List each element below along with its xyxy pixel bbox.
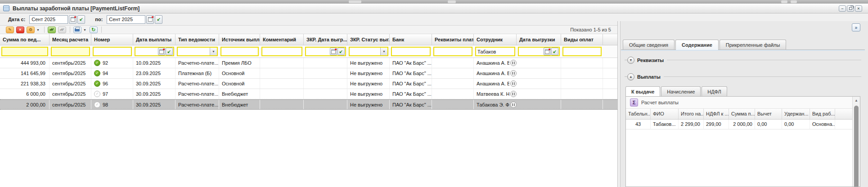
- filter-input-bank[interactable]: [391, 47, 431, 56]
- cell-pay_kinds[interactable]: [561, 79, 603, 89]
- column-header-zkr_date[interactable]: ЗКР. Дата выгр...: [304, 34, 347, 45]
- cell-employee[interactable]: Матвеева К. Н., ...: [474, 89, 517, 99]
- column-header-pay_date[interactable]: Дата выплаты: [133, 34, 175, 45]
- table-row[interactable]: 6 000,00сентябрь/2025✓9730.09.2025Расчет…: [0, 89, 617, 99]
- inner-table-row[interactable]: 43Табаков...2 299,00299,002 000,000,000,…: [626, 120, 852, 129]
- cell-sheet_type[interactable]: Расчетно-плате...: [175, 100, 219, 109]
- table-row[interactable]: 444 993,00сентябрь/2025✓9210.09.2025Расч…: [0, 58, 617, 68]
- cell-zkr_date[interactable]: [304, 89, 347, 99]
- inner-column-header[interactable]: Вычет: [755, 109, 782, 119]
- cell-source[interactable]: Основной: [219, 79, 260, 89]
- cell-zkr_status[interactable]: Не выгружено: [347, 89, 390, 99]
- date-from-apply-button[interactable]: ↙: [77, 15, 85, 24]
- collapse-panel-button[interactable]: »: [852, 23, 860, 31]
- cell-zkr_status[interactable]: Не выгружено: [347, 79, 390, 89]
- cell-month[interactable]: сентябрь/2025: [49, 79, 91, 89]
- cell-source[interactable]: Премия ЛБО: [219, 58, 260, 68]
- dropdown-button[interactable]: ▼: [380, 48, 387, 55]
- collapse-section-icon[interactable]: ▲: [627, 73, 634, 80]
- cell-number[interactable]: ✓94: [91, 68, 133, 78]
- cell-bank[interactable]: ПАО "Ак Барс" ...: [390, 89, 432, 99]
- cell-employee[interactable]: Анашкина А. Б.,...: [474, 58, 517, 68]
- cell-source[interactable]: Внебюджет: [219, 100, 260, 109]
- filter-input-month[interactable]: [51, 47, 90, 56]
- inner-cell[interactable]: Табаков...: [651, 120, 679, 129]
- cell-amount[interactable]: 141 645,99: [0, 68, 49, 78]
- column-header-source[interactable]: Источник выплат: [219, 34, 260, 45]
- cell-comment[interactable]: [260, 100, 304, 109]
- filter-input-number[interactable]: [93, 47, 132, 56]
- edit-button[interactable]: ✎: [6, 27, 14, 33]
- chevron-down-icon[interactable]: ▼: [83, 28, 86, 31]
- cell-bank[interactable]: ПАО "Ак Барс" ...: [390, 58, 432, 68]
- calendar-button[interactable]: [158, 48, 165, 55]
- cell-bank[interactable]: ПАО "Ак Барс" ...: [390, 68, 432, 78]
- close-button[interactable]: ×: [855, 5, 862, 12]
- tab-obshchie-svedeniya[interactable]: Общие сведения: [623, 40, 675, 49]
- cell-comment[interactable]: [260, 89, 304, 99]
- filter-input-amount[interactable]: [1, 47, 48, 56]
- cell-pay_date[interactable]: 30.09.2025: [133, 100, 175, 109]
- inner-cell[interactable]: 2 299,00: [679, 120, 704, 129]
- cell-month[interactable]: сентябрь/2025: [49, 100, 91, 109]
- cell-comment[interactable]: [260, 58, 304, 68]
- column-header-comment[interactable]: Комментарий: [260, 34, 304, 45]
- cell-bank[interactable]: ПАО "Ак Барс" ...: [390, 100, 432, 109]
- inner-column-header[interactable]: Итого на...: [679, 109, 704, 119]
- chevron-down-icon[interactable]: ▼: [36, 28, 40, 31]
- apply-button[interactable]: ↙: [166, 48, 173, 55]
- date-from-input[interactable]: Сент 2025: [29, 15, 68, 24]
- cell-bank[interactable]: ПАО "Ак Барс" ...: [390, 79, 432, 89]
- date-to-calendar-button[interactable]: [146, 15, 154, 24]
- table-row[interactable]: 221 938,33сентябрь/2025✓9630.09.2025Расч…: [0, 79, 617, 89]
- date-from-calendar-button[interactable]: [69, 15, 76, 24]
- filter-input-comment[interactable]: [261, 47, 302, 56]
- cell-requisites[interactable]: [432, 68, 474, 78]
- cell-source[interactable]: Основной: [219, 68, 260, 78]
- cell-upload_date[interactable]: [517, 100, 561, 109]
- inner-cell[interactable]: 0,00: [755, 120, 782, 129]
- cell-requisites[interactable]: [432, 58, 474, 68]
- table-row[interactable]: 2 000,00сентябрь/2025✓9830.09.2025Расчет…: [0, 99, 617, 110]
- cell-pay_kinds[interactable]: [561, 89, 603, 99]
- cell-sheet_type[interactable]: Расчетно-плате...: [175, 79, 219, 89]
- column-header-requisites[interactable]: Реквизиты плат...: [432, 34, 474, 45]
- cell-month[interactable]: сентябрь/2025: [49, 68, 91, 78]
- scroll-up-icon[interactable]: ▲: [853, 97, 860, 104]
- inner-cell[interactable]: 299,00: [704, 120, 729, 129]
- column-header-number[interactable]: Номер: [91, 34, 133, 45]
- column-header-upload_date[interactable]: Дата выгрузки: [517, 34, 561, 45]
- cell-pay_date[interactable]: 10.09.2025: [133, 58, 175, 68]
- panel-splitter[interactable]: [618, 21, 621, 187]
- cell-employee[interactable]: Табакова Э. Ф.: [474, 100, 517, 109]
- inner-column-header[interactable]: Вид раб...: [810, 109, 835, 119]
- scrollbar-thumb[interactable]: [854, 106, 859, 187]
- filter-input-sheet_type[interactable]: ▼: [177, 47, 218, 56]
- calendar-button[interactable]: [544, 48, 551, 55]
- filter-input-zkr_status[interactable]: ▼: [349, 47, 388, 56]
- cell-zkr_status[interactable]: Не выгружено: [347, 68, 390, 78]
- apply-button[interactable]: ↙: [337, 48, 345, 55]
- inner-cell[interactable]: Основна...: [810, 120, 835, 129]
- filter-input-upload_date[interactable]: ↙: [518, 47, 560, 56]
- cell-comment[interactable]: [260, 68, 304, 78]
- filter-input-requisites[interactable]: [433, 47, 472, 56]
- minimize-button[interactable]: –: [839, 5, 846, 12]
- dropdown-button[interactable]: ▼: [210, 48, 217, 55]
- column-header-amount[interactable]: Сумма по вед...: [0, 34, 49, 45]
- subtab-k-vydache[interactable]: К выдаче: [625, 86, 660, 97]
- cell-amount[interactable]: 444 993,00: [0, 58, 49, 68]
- cell-comment[interactable]: [260, 79, 304, 89]
- table-row[interactable]: 141 645,99сентябрь/2025✓9423.09.2025Плат…: [0, 68, 617, 79]
- cell-sheet_type[interactable]: Платежная (Б): [175, 68, 219, 78]
- cell-number[interactable]: ✓97: [91, 89, 133, 99]
- tab-soderzhanie[interactable]: Содержание: [675, 40, 719, 50]
- cell-requisites[interactable]: [432, 100, 474, 109]
- cell-pay_date[interactable]: 30.09.2025: [133, 89, 175, 99]
- cell-pay_kinds[interactable]: [561, 100, 603, 109]
- inner-column-header[interactable]: Сумма п...: [729, 109, 755, 119]
- cell-amount[interactable]: 2 000,00: [0, 100, 49, 109]
- subtab-ndfl[interactable]: НДФЛ: [702, 86, 727, 96]
- column-header-sheet_type[interactable]: Тип ведомости: [175, 34, 219, 45]
- cell-number[interactable]: ✓96: [91, 79, 133, 89]
